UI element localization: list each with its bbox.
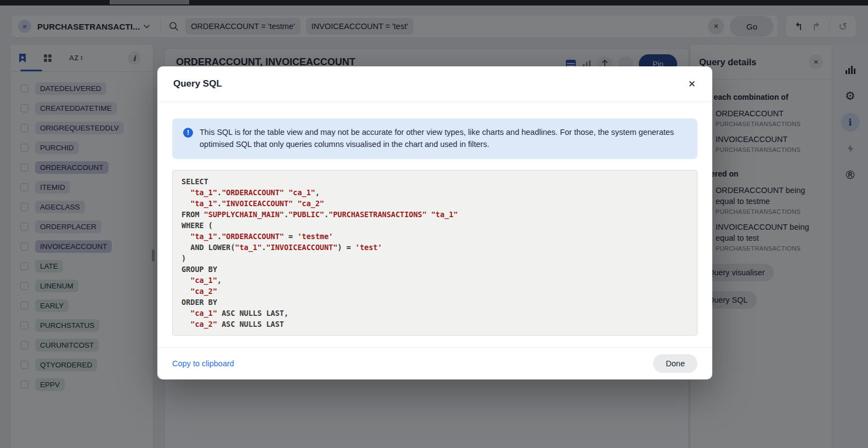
sql-line: ): [181, 253, 688, 264]
browser-tab-sliver: [110, 0, 189, 4]
info-banner-text: This SQL is for the table view and may n…: [200, 127, 687, 150]
sql-line: SELECT: [181, 176, 688, 187]
done-button[interactable]: Done: [653, 354, 697, 373]
sql-line: WHERE (: [181, 220, 688, 231]
sql-line: "ca_1",: [181, 275, 688, 286]
sql-line: "ta_1"."INVOICEACCOUNT" "ca_2": [181, 198, 688, 209]
sql-line: "ta_1"."ORDERACCOUNT" = 'testme': [181, 231, 688, 242]
browser-top-strip: [0, 0, 868, 5]
sql-line: "ca_2" ASC NULLS LAST: [181, 319, 688, 330]
modal-title: Query SQL: [173, 78, 222, 89]
sql-line: FROM "SUPPLYCHAIN_MAIN"."PUBLIC"."PURCHA…: [181, 209, 688, 220]
sql-line: GROUP BY: [181, 264, 688, 275]
sql-code-block: SELECT "ta_1"."ORDERACCOUNT" "ca_1", "ta…: [172, 170, 697, 336]
sql-line: "ca_2": [181, 286, 688, 297]
sql-line: "ca_1" ASC NULLS LAST,: [181, 308, 688, 319]
modal-close-icon[interactable]: ✕: [688, 80, 696, 89]
sql-line: "ta_1"."ORDERACCOUNT" "ca_1",: [181, 187, 688, 198]
info-icon: !: [183, 128, 193, 138]
query-sql-modal: Query SQL ✕ ! This SQL is for the table …: [157, 66, 712, 379]
sql-line: AND LOWER("ta_1"."INVOICEACCOUNT") = 'te…: [181, 242, 688, 253]
copy-to-clipboard-link[interactable]: Copy to clipboard: [172, 359, 234, 368]
info-banner: ! This SQL is for the table view and may…: [172, 118, 697, 159]
modal-footer: Copy to clipboard Done: [157, 347, 712, 379]
sql-line: ORDER BY: [181, 297, 688, 308]
